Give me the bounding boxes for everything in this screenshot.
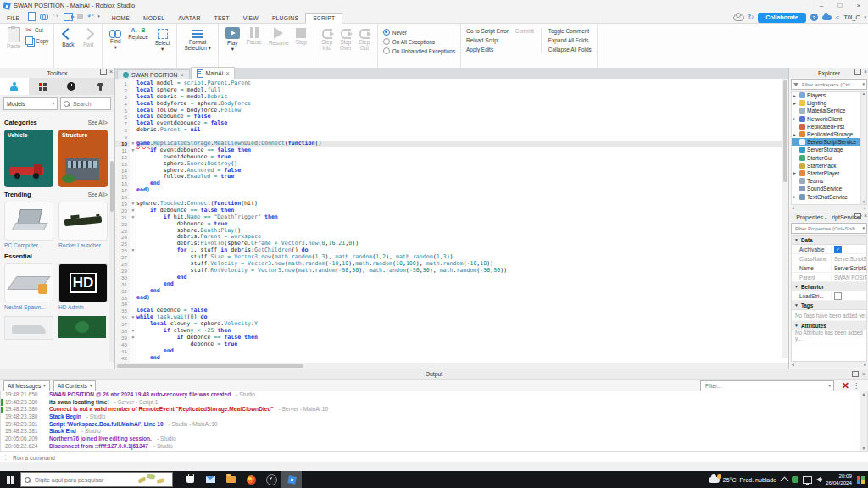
property-value[interactable] (832, 292, 866, 300)
property-value[interactable]: ✓ (832, 246, 866, 253)
output-row[interactable]: 19:48:23.380Stack Begin- Studio (1, 413, 860, 421)
run-icon[interactable] (64, 13, 73, 21)
taskbar-app-explorer[interactable] (220, 471, 241, 488)
volume-icon[interactable] (816, 477, 821, 482)
explorer-item-replicatedfirst[interactable]: ReplicatedFirst (792, 123, 866, 130)
toolbox-tab-marketplace[interactable] (0, 78, 29, 95)
explorer-item-serverstorage[interactable]: ServerStorage (792, 146, 866, 153)
explorer-scrollbar[interactable]: ▲▼ (860, 92, 866, 204)
menu-tab-home[interactable]: HOME (105, 14, 136, 23)
menu-tab-plugins[interactable]: PLUGINS (265, 14, 305, 23)
asset-card-partial-tree[interactable] (58, 316, 106, 338)
explorer-filter-input[interactable] (800, 81, 860, 88)
output-row[interactable]: 19:48:21.650SWAN POSITION @ 26 abr 2024 … (1, 391, 860, 399)
expand-arrow-icon[interactable]: ▸ (793, 132, 798, 137)
explorer-item-teams[interactable]: Teams (792, 177, 866, 185)
close-icon[interactable]: × (109, 69, 113, 75)
category-card-vehicle[interactable]: Vehicle (4, 130, 53, 187)
fold-marker[interactable]: ▾ (130, 201, 136, 208)
play-button[interactable]: Play▾ (224, 26, 242, 53)
expand-arrow-icon[interactable]: ▸ (793, 101, 798, 106)
explorer-item-lighting[interactable]: ▸Lighting (792, 99, 866, 107)
apply-edits-button[interactable]: Apply Edits (466, 47, 509, 53)
commit-button[interactable]: Commit (515, 28, 534, 34)
toolbox-search-input[interactable] (71, 100, 108, 108)
step-out-button[interactable]: StepOut (357, 26, 372, 53)
output-row[interactable]: 19:48:23.380its swan locating time!- Ser… (1, 399, 860, 407)
taskbar-search-input[interactable] (33, 476, 130, 484)
resume-button[interactable]: Resume (267, 26, 291, 47)
expand-arrow-icon[interactable]: ▸ (793, 170, 798, 175)
output-row[interactable]: 20:05:06.209Northern76 joined live editi… (1, 435, 860, 443)
explorer-item-materialservice[interactable]: MaterialService (792, 107, 866, 114)
share-icon[interactable]: < (836, 14, 840, 21)
start-button[interactable] (0, 471, 20, 488)
properties-section-behavior[interactable]: ▼Behavior (792, 282, 866, 291)
properties-filter-input[interactable] (793, 225, 860, 232)
asset-label[interactable]: Neutral Spawn... (4, 304, 52, 311)
expand-arrow-icon[interactable]: ▸ (793, 194, 798, 199)
go-to-script-error-button[interactable]: Go to Script Error (466, 28, 509, 34)
output-filter-input[interactable] (704, 382, 809, 390)
checkbox-icon[interactable] (834, 292, 842, 300)
reload-script-button[interactable]: Reload Script (466, 37, 509, 43)
pause-button[interactable]: Pause (245, 26, 264, 46)
toolbox-scrollbar[interactable] (109, 161, 114, 362)
publish-cloud-icon[interactable] (822, 15, 832, 20)
tab-close-icon[interactable]: × (181, 72, 184, 78)
expand-all-folds-button[interactable]: Expand All Folds (548, 37, 592, 43)
copy-button[interactable]: Copy (25, 36, 48, 45)
fold-marker[interactable]: ▾ (130, 141, 136, 147)
fold-marker[interactable]: ▾ (130, 247, 136, 254)
menu-tab-model[interactable]: MODEL (136, 14, 171, 23)
cloud-sync-icon[interactable] (733, 14, 744, 21)
asset-card-hdadmin[interactable]: HD HD Admin (58, 263, 108, 311)
redo-icon[interactable]: ↷ (53, 13, 59, 20)
paste-button[interactable]: Paste (5, 26, 22, 50)
explorer-item-startergui[interactable]: StarterGui (792, 154, 866, 162)
fold-marker[interactable]: ▾ (130, 208, 136, 214)
taskbar-clock[interactable]: 20:09 26/04/2024 (826, 473, 852, 487)
format-selection-button[interactable]: FormatSelection ▾ (182, 26, 212, 53)
properties-section-tags[interactable]: ▼Tags (792, 301, 866, 310)
asset-card-rocket[interactable]: Rocket Launcher (58, 202, 108, 249)
toolbox-tab-creations[interactable] (86, 78, 114, 95)
refresh-icon[interactable]: ↻ (748, 14, 754, 21)
taskbar-app-clock[interactable] (261, 471, 281, 488)
expand-arrow-icon[interactable]: ▸ (793, 93, 798, 98)
property-value[interactable]: ServerScriptSer... (832, 256, 866, 262)
asset-label[interactable]: HD Admin (58, 304, 106, 311)
stop-button[interactable]: Stop (294, 26, 309, 46)
collapse-all-folds-button[interactable]: Collapse All Folds (548, 47, 592, 53)
editor-vertical-scrollbar[interactable] (782, 79, 788, 358)
collaborate-button[interactable]: Collaborate (758, 13, 806, 23)
drag-handle-icon[interactable]: ⋮ (3, 454, 8, 461)
explorer-item-networkclient[interactable]: ▸NetworkClient (792, 115, 866, 123)
fold-marker[interactable]: ▾ (130, 214, 136, 221)
minimize-button[interactable]: – (812, 0, 831, 11)
editor-horizontal-scrollbar[interactable] (115, 363, 788, 369)
toolbox-tab-recent[interactable] (58, 78, 86, 95)
taskbar-app-mail[interactable] (200, 471, 220, 488)
output-scrollbar[interactable]: ▲▼ (860, 391, 868, 452)
explorer-item-soundservice[interactable]: SoundService (792, 185, 866, 192)
explorer-item-replicatedstorage[interactable]: ▸ReplicatedStorage (792, 130, 866, 138)
popout-icon[interactable] (852, 371, 859, 377)
notifications-icon[interactable] (857, 476, 865, 484)
weather-widget[interactable]: 25°C Pred. nublado (709, 477, 776, 483)
editor-tab-mainai[interactable]: MainAi× (191, 67, 236, 79)
output-row[interactable]: 19:48:23.381Stack End- Studio (1, 428, 860, 435)
output-row[interactable]: 20:06:22.624Disconnect from ::ffff:127.0… (1, 443, 860, 451)
find-button[interactable]: Find▾ (108, 26, 123, 52)
maximize-button[interactable]: □ (831, 0, 849, 11)
explorer-item-starterpack[interactable]: StarterPack (792, 162, 866, 169)
tray-app-icon[interactable] (792, 476, 798, 483)
undo-icon[interactable]: ↶ (87, 13, 94, 20)
menu-tab-file[interactable]: FILE (0, 14, 26, 23)
explorer-item-starterplayer[interactable]: ▸StarterPlayer (792, 169, 866, 177)
cut-button[interactable]: ✂Cut (25, 26, 48, 34)
code-area[interactable]: local model = script.Parent.Parentlocal … (136, 79, 788, 363)
tray-expand-icon[interactable] (781, 476, 789, 485)
new-file-icon[interactable] (28, 12, 36, 21)
fold-marker[interactable]: ▾ (130, 314, 136, 321)
